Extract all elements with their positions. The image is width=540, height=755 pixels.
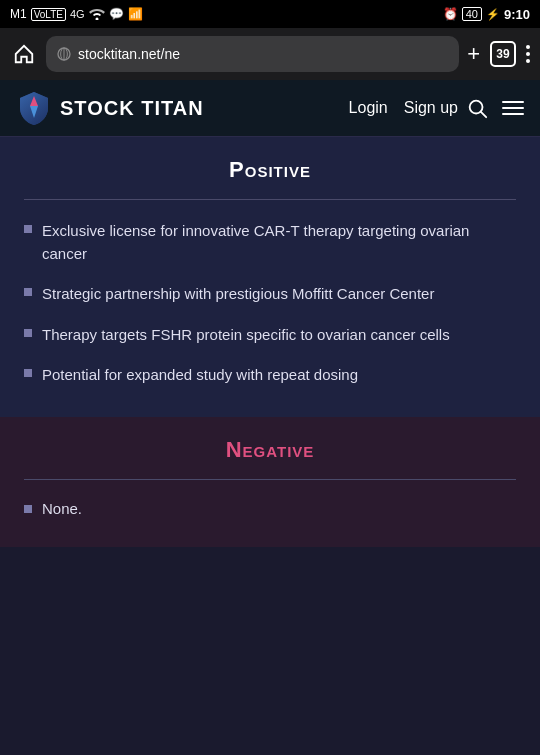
positive-item-1: Exclusive license for innovative CAR-T t… xyxy=(42,220,516,265)
positive-list: Exclusive license for innovative CAR-T t… xyxy=(24,220,516,387)
bullet-icon xyxy=(24,225,32,233)
home-button[interactable] xyxy=(10,40,38,68)
bullet-icon xyxy=(24,505,32,513)
list-item: Therapy targets FSHR protein specific to… xyxy=(24,324,516,347)
nav-icons xyxy=(466,97,524,119)
positive-title: Positive xyxy=(24,157,516,183)
address-security-icon xyxy=(56,46,72,62)
browser-menu-button[interactable] xyxy=(526,45,530,63)
time-label: 9:10 xyxy=(504,7,530,22)
svg-line-5 xyxy=(481,112,487,118)
wifi-icon xyxy=(89,8,105,20)
positive-section: Positive Exclusive license for innovativ… xyxy=(0,137,540,417)
hamburger-icon[interactable] xyxy=(502,101,524,115)
positive-item-2: Strategic partnership with prestigious M… xyxy=(42,283,434,306)
bullet-icon xyxy=(24,369,32,377)
search-icon[interactable] xyxy=(466,97,488,119)
site-header: STOCK TITAN Login Sign up xyxy=(0,80,540,137)
negative-section: Negative None. xyxy=(0,417,540,547)
negative-item-1: None. xyxy=(42,500,82,517)
charging-icon: ⚡ xyxy=(486,8,500,21)
status-right: ⏰ 40 ⚡ 9:10 xyxy=(443,7,530,22)
positive-item-3: Therapy targets FSHR protein specific to… xyxy=(42,324,450,347)
logo-text: STOCK TITAN xyxy=(60,97,204,120)
main-content: Positive Exclusive license for innovativ… xyxy=(0,137,540,547)
negative-title: Negative xyxy=(24,437,516,463)
carrier-label: M1 xyxy=(10,7,27,21)
list-item: Exclusive license for innovative CAR-T t… xyxy=(24,220,516,265)
negative-divider xyxy=(24,479,516,480)
list-item: Potential for expanded study with repeat… xyxy=(24,364,516,387)
battery-label: 40 xyxy=(462,7,482,21)
bullet-icon xyxy=(24,329,32,337)
logo-icon xyxy=(16,90,52,126)
list-item: Strategic partnership with prestigious M… xyxy=(24,283,516,306)
status-left: M1 VoLTE 4G 💬 📶 xyxy=(10,7,143,21)
add-tab-button[interactable]: + xyxy=(467,43,480,65)
browser-actions: + 39 xyxy=(467,41,530,67)
network-label: VoLTE xyxy=(31,8,66,21)
tab-count[interactable]: 39 xyxy=(490,41,516,67)
login-link[interactable]: Login xyxy=(349,99,388,117)
negative-list: None. xyxy=(24,500,516,517)
nav-links: Login Sign up xyxy=(349,99,458,117)
url-text: stocktitan.net/ne xyxy=(78,46,180,62)
bullet-icon xyxy=(24,288,32,296)
positive-divider xyxy=(24,199,516,200)
signal-icon: 4G xyxy=(70,8,85,20)
hotspot-icon: 📶 xyxy=(128,7,143,21)
signup-link[interactable]: Sign up xyxy=(404,99,458,117)
svg-point-0 xyxy=(95,18,98,21)
logo-container: STOCK TITAN xyxy=(16,90,349,126)
alarm-icon: ⏰ xyxy=(443,7,458,21)
positive-item-4: Potential for expanded study with repeat… xyxy=(42,364,358,387)
browser-chrome: stocktitan.net/ne + 39 xyxy=(0,28,540,80)
messenger-icon: 💬 xyxy=(109,7,124,21)
address-bar[interactable]: stocktitan.net/ne xyxy=(46,36,459,72)
status-bar: M1 VoLTE 4G 💬 📶 ⏰ 40 ⚡ 9:10 xyxy=(0,0,540,28)
